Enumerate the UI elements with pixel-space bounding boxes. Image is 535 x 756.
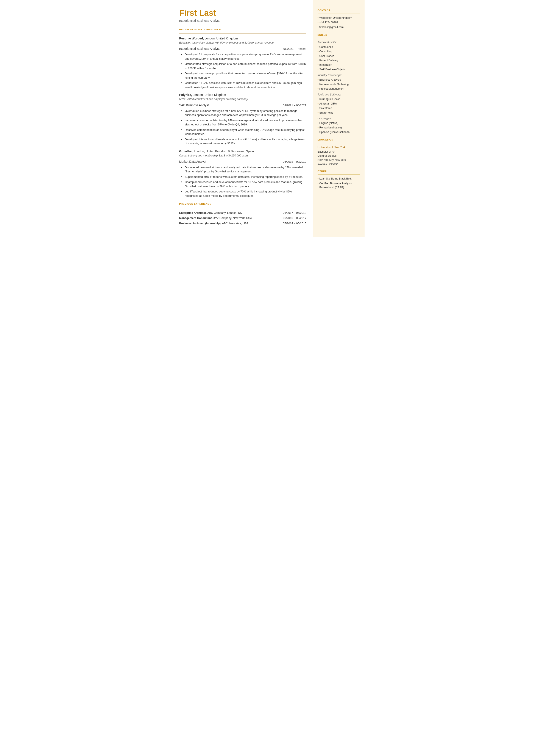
edu-location: New York City, New York: [318, 158, 360, 162]
other-lean: Lean Six Sigma Black Belt.: [318, 177, 360, 181]
prev-title-3: Business Architect (Internship),: [179, 222, 221, 225]
contact-address: Worcester, United Kingdom: [318, 16, 360, 20]
company-1: Resume Worded, London, United Kingdom: [179, 36, 306, 41]
prev-exp-title-company-3: Business Architect (Internship), ABC, Ne…: [179, 221, 249, 226]
divider-other: [318, 174, 360, 175]
job-row-2: SAP Business Analyst 09/2021 – 05/2021: [179, 103, 306, 107]
bullet-2-3: Received commendation as a team player w…: [181, 128, 306, 136]
bullet-list-1: Developed 21 proposals for a competitive…: [181, 52, 306, 89]
job-title-3: Market Data Analyst: [179, 159, 206, 164]
bullet-3-1: Discovered new market trends and analyze…: [181, 165, 306, 174]
other-header: OTHER: [318, 170, 360, 173]
job-title-2: SAP Business Analyst: [179, 103, 209, 107]
skill-project-delivery: Project Delivery: [318, 58, 360, 63]
bullet-1-4: Conducted 17 JAD sessions with 80% of RW…: [181, 81, 306, 89]
company-name-2: Polyhire,: [179, 93, 192, 97]
tools-label: Tools and Software:: [318, 93, 360, 97]
prev-dates-1: 06/2017 – 05/2018: [283, 211, 306, 215]
resume-page: First Last Experienced Business Analyst …: [171, 0, 365, 237]
lang-spanish: Spanish (Conversational): [318, 130, 360, 134]
bullet-list-3: Discovered new market trends and analyze…: [181, 165, 306, 198]
contact-email: first.last@gmail.com: [318, 25, 360, 29]
bullet-list-2: Overhauled business strategies for a new…: [181, 109, 306, 146]
prev-title-2: Management Consultant,: [179, 216, 213, 220]
job-title-1: Experienced Business Analyst: [179, 46, 220, 51]
job-row-3: Market Data Analyst 06/2018 – 08/2019: [179, 159, 306, 164]
bullet-3-2: Supplemented 40% of reports with custom …: [181, 175, 306, 179]
skill-jira: Atlassian JIRA: [318, 102, 360, 106]
prev-dates-2: 06/2016 – 05/2017: [283, 216, 306, 220]
prev-exp-row-2: Management Consultant, XYZ Company, New …: [179, 216, 306, 220]
company-desc-1: Education technology startup with 50+ em…: [179, 41, 306, 45]
company-desc-3: Career training and membership SaaS with…: [179, 154, 306, 158]
divider-contact: [318, 14, 360, 14]
company-3: Growthsi, London, United Kingdom & Barce…: [179, 149, 306, 154]
divider-previous-exp: [179, 208, 306, 208]
job-block-1: Resume Worded, London, United Kingdom Ed…: [179, 36, 306, 89]
skill-consulting: Consulting: [318, 49, 360, 54]
prev-title-1: Enterprise Architect,: [179, 211, 207, 214]
company-location-2: London, United Kingdom: [192, 93, 226, 97]
job-block-3: Growthsi, London, United Kingdom & Barce…: [179, 149, 306, 198]
lang-english: English (Native): [318, 121, 360, 125]
right-column: CONTACT Worcester, United Kingdom +44 12…: [313, 0, 365, 237]
contact-phone: +44 123456789: [318, 20, 360, 25]
candidate-name: First Last: [179, 9, 306, 18]
company-name-3: Growthsi,: [179, 150, 193, 153]
divider-skills: [318, 38, 360, 38]
languages-label: Languages:: [318, 116, 360, 121]
job-dates-2: 09/2021 – 05/2021: [283, 103, 306, 107]
divider-relevant-work: [179, 33, 306, 34]
prev-exp-title-company-1: Enterprise Architect, ABC Company, Londo…: [179, 211, 242, 215]
company-name-1: Resume Worded,: [179, 37, 204, 40]
bullet-1-2: Orchestrated strategic acquisition of a …: [181, 62, 306, 70]
prev-exp-row-1: Enterprise Architect, ABC Company, Londo…: [179, 211, 306, 215]
bullet-3-3: Championed research and development effo…: [181, 180, 306, 188]
job-block-2: Polyhire, London, United Kingdom NYSE-li…: [179, 93, 306, 146]
skills-header: SKILLS: [318, 33, 360, 37]
prev-dates-3: 07/2014 – 05/2015: [283, 221, 306, 226]
skill-integration: Integration: [318, 63, 360, 67]
prev-exp-title-company-2: Management Consultant, XYZ Company, New …: [179, 216, 252, 220]
bullet-2-1: Overhauled business strategies for a new…: [181, 109, 306, 117]
job-row-1: Experienced Business Analyst 06/2021 – P…: [179, 46, 306, 51]
education-header: EDUCATION: [318, 138, 360, 142]
edu-field: Cultural Studies: [318, 154, 360, 158]
skill-requirements: Requirements Gathering: [318, 82, 360, 86]
other-cbap: Certified Business Analysis Professional…: [318, 182, 360, 190]
company-desc-2: NYSE-listed recruitment and employer bra…: [179, 97, 306, 101]
relevant-work-header: RELEVANT WORK EXPERIENCE: [179, 28, 306, 32]
company-location-1: London, United Kingdom: [204, 37, 238, 40]
skill-sap: SAP BusinessObjects: [318, 68, 360, 71]
skill-sharepoint: SharePoint: [318, 111, 360, 115]
skill-business-analysis: Business Analysis: [318, 78, 360, 82]
job-dates-3: 06/2018 – 08/2019: [283, 160, 306, 164]
company-2: Polyhire, London, United Kingdom: [179, 93, 306, 97]
skill-quickbooks: Intuit QuickBooks: [318, 97, 360, 101]
previous-exp-header: PREVIOUS EXPERIENCE: [179, 202, 306, 206]
job-dates-1: 06/2021 – Present: [283, 47, 306, 51]
skill-salesforce: Salesforce: [318, 106, 360, 110]
edu-school: University of New York: [318, 145, 360, 150]
edu-degree: Bachelor of Art: [318, 150, 360, 154]
skill-user-stories: User Stories: [318, 54, 360, 58]
candidate-title: Experienced Business Analyst: [179, 18, 306, 23]
bullet-2-2: Improved customer satisfaction by 87% on…: [181, 118, 306, 127]
left-column: First Last Experienced Business Analyst …: [171, 0, 313, 237]
edu-dates: 10/2011 - 06/2014: [318, 162, 360, 166]
skill-confluence: Confluence: [318, 45, 360, 49]
contact-header: CONTACT: [318, 9, 360, 12]
bullet-2-4: Developed international clientele relati…: [181, 137, 306, 146]
bullet-3-4: Led IT project that reduced copying cost…: [181, 189, 306, 198]
skill-project-management: Project Management: [318, 87, 360, 91]
prev-company-1: ABC Company, London, UK: [207, 211, 242, 214]
prev-company-3: ABC, New York, USA: [221, 222, 249, 225]
technical-skills-label: Technical Skills:: [318, 40, 360, 44]
prev-exp-row-3: Business Architect (Internship), ABC, Ne…: [179, 221, 306, 226]
bullet-1-1: Developed 21 proposals for a competitive…: [181, 52, 306, 61]
bullet-1-3: Developed new value propositions that pr…: [181, 71, 306, 80]
prev-company-2: XYZ Company, New York, USA: [212, 216, 252, 220]
industry-knowledge-label: Industry Knowledge:: [318, 73, 360, 77]
lang-romanian: Romanian (Native): [318, 126, 360, 130]
company-location-3: London, United Kingdom & Barcelona, Spai…: [193, 150, 254, 153]
